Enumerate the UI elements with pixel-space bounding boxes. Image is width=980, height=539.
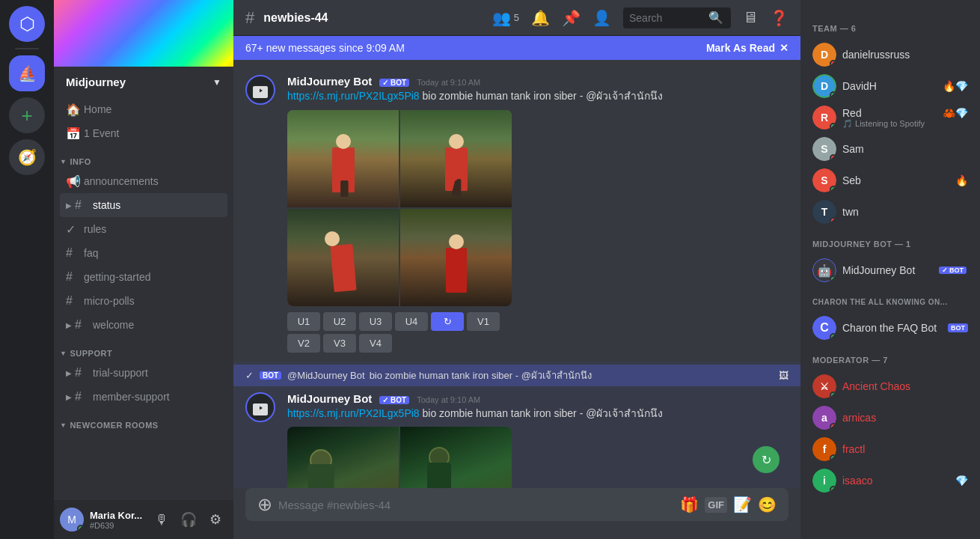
u3-button[interactable]: U3: [359, 312, 392, 331]
bot-avatar-1: [245, 75, 275, 105]
member-arnicas[interactable]: a arnicas: [806, 402, 974, 433]
bot-badge-1: ✓ BOT: [379, 79, 409, 87]
gif-icon[interactable]: GIF: [705, 497, 727, 513]
emoji-icon[interactable]: 😊: [758, 496, 777, 514]
member-davidh[interactable]: D DavidH 🔥💎: [806, 70, 974, 102]
member-charonbot[interactable]: C Charon the FAQ Bot BOT: [806, 312, 974, 344]
status-dot-ancientchaos: [830, 392, 836, 398]
chat-input-wrap: ⊕ 🎁 GIF 📝 😊: [245, 488, 788, 521]
channel-trial-support[interactable]: ▶ # trial-support: [60, 361, 227, 385]
status-dot-fractl: [830, 454, 836, 461]
headset-button[interactable]: 🎧: [177, 508, 200, 532]
add-attachment-button[interactable]: ⊕: [257, 494, 272, 515]
image-2b[interactable]: [400, 427, 512, 488]
image-1d[interactable]: [400, 209, 512, 306]
events-label: 1 Event: [84, 127, 119, 139]
chat-input[interactable]: [278, 491, 674, 519]
pin-icon[interactable]: 📌: [562, 9, 581, 27]
midjourney-server-icon[interactable]: ⛵: [9, 55, 45, 91]
avatar-sam: S: [812, 137, 836, 161]
midjourneybot-badge: ✓ BOT: [939, 267, 967, 274]
channel-status[interactable]: ▶ # status: [60, 193, 227, 217]
scroll-to-bottom-button[interactable]: ↻: [753, 446, 780, 473]
home-nav-item[interactable]: 🏠 Home: [60, 97, 227, 121]
member-ancientchaos[interactable]: ⚔ Ancient Chaos: [806, 371, 974, 402]
channel-welcome[interactable]: ▶ # welcome: [60, 313, 227, 337]
member-danielrussruss[interactable]: D danielrussruss: [806, 39, 974, 70]
member-isaaco[interactable]: i isaaco 💎: [806, 465, 974, 496]
sticker-icon[interactable]: 📝: [733, 496, 752, 514]
add-server-icon[interactable]: +: [9, 97, 45, 133]
discord-home-icon[interactable]: ⬡: [9, 6, 45, 42]
discover-servers-icon[interactable]: 🧭: [9, 139, 45, 175]
search-input[interactable]: [629, 12, 704, 24]
member-midjourneybot[interactable]: 🤖 MidJourney Bot ✓ BOT: [806, 255, 974, 286]
header-actions: 👥 5 🔔 📌 👤 🔍 🖥 ❓: [492, 7, 788, 28]
server-header[interactable]: Midjourney ▼: [54, 0, 233, 97]
message-group-2: MidJourney Bot ✓ BOT Today at 9:10 AM ht…: [233, 389, 800, 488]
category-info-label: INFO: [70, 157, 91, 166]
channel-faq[interactable]: # faq: [60, 241, 227, 265]
announcements-icon: 📢: [66, 174, 79, 189]
add-member-icon[interactable]: 👤: [592, 9, 611, 27]
refresh-button[interactable]: ↻: [431, 312, 464, 331]
help-icon[interactable]: ❓: [770, 9, 788, 27]
server-name-bar[interactable]: Midjourney ▼: [54, 67, 233, 97]
collapse-arrow-icon: ▶: [66, 201, 72, 210]
image-1a[interactable]: [287, 110, 399, 207]
member-seb[interactable]: S Seb 🔥: [806, 165, 974, 196]
status-dot-isaaco: [830, 486, 836, 493]
avatar-seb: S: [812, 168, 836, 192]
main-chat-area: # newbies-44 👥 5 🔔 📌 👤 🔍 🖥 ❓ 67+ new mes…: [233, 0, 800, 539]
mute-icon[interactable]: 🔔: [531, 9, 550, 27]
channel-getting-started[interactable]: # getting-started: [60, 265, 227, 289]
avatar-arnicas: a: [812, 406, 836, 430]
channel-member-support[interactable]: ▶ # member-support: [60, 385, 227, 409]
category-newcomer-rooms[interactable]: ▼ NEWCOMER ROOMS: [54, 409, 233, 433]
category-info[interactable]: ▼ INFO: [54, 145, 233, 169]
gift-icon[interactable]: 🎁: [680, 496, 699, 514]
image-1c[interactable]: [287, 209, 399, 306]
settings-button[interactable]: ⚙: [203, 508, 227, 532]
v1-button[interactable]: V1: [467, 312, 500, 331]
v2-button[interactable]: V2: [287, 334, 320, 353]
mark-as-read-button[interactable]: Mark As Read ✕: [706, 42, 788, 54]
search-bar[interactable]: 🔍: [623, 7, 731, 28]
v3-button[interactable]: V3: [323, 334, 356, 353]
inbox-icon[interactable]: 🖥: [743, 9, 758, 26]
new-messages-banner[interactable]: 67+ new messages since 9:09 AM Mark As R…: [233, 36, 800, 60]
faq-label: faq: [84, 247, 98, 259]
v4-button[interactable]: V4: [359, 334, 392, 353]
u2-button[interactable]: U2: [323, 312, 356, 331]
events-nav-item[interactable]: 📅 1 Event: [60, 121, 227, 145]
member-sam[interactable]: S Sam: [806, 133, 974, 165]
channel-rules[interactable]: ✓ rules: [60, 217, 227, 241]
image-1b[interactable]: [400, 110, 512, 207]
channel-announcements[interactable]: 📢 announcements: [60, 169, 227, 193]
category-support[interactable]: ▼ SUPPORT: [54, 337, 233, 361]
image-2a[interactable]: [287, 427, 399, 488]
status-dot-red: [830, 123, 836, 130]
member-name-isaaco: isaaco: [842, 475, 949, 487]
u4-button[interactable]: U4: [395, 312, 428, 331]
u1-button[interactable]: U1: [287, 312, 320, 331]
message-header-1: MidJourney Bot ✓ BOT Today at 9:10 AM: [287, 75, 788, 88]
message-link-1[interactable]: https://s.mj.run/PX2ILgx5Pi8: [287, 90, 420, 102]
messages-area[interactable]: MidJourney Bot ✓ BOT Today at 9:10 AM ht…: [233, 60, 800, 488]
message-link-2[interactable]: https://s.mj.run/PX2ILgx5Pi8: [287, 407, 420, 419]
channel-micro-polls[interactable]: # micro-polls: [60, 289, 227, 313]
mention-check-icon: ✓: [245, 370, 254, 381]
category-support-label: SUPPORT: [70, 349, 112, 358]
mark-as-read-icon: ✕: [780, 42, 788, 54]
member-red[interactable]: R Red 🦀💎 🎵 Listening to Spotify: [806, 102, 974, 133]
member-count-icon[interactable]: 👥: [492, 9, 511, 27]
avatar-isaaco: i: [812, 469, 836, 493]
mention-author-text: @MidJourney Bot: [287, 370, 365, 381]
mic-button[interactable]: 🎙: [150, 508, 174, 532]
faq-hash-icon: #: [66, 246, 79, 260]
message-prompt-2: bio zombie human tank iron siber - @ผัวเ…: [423, 407, 664, 419]
member-twn[interactable]: T twn: [806, 196, 974, 228]
avatar-charonbot: C: [812, 316, 836, 340]
member-fractl[interactable]: f fractl: [806, 433, 974, 465]
newcomer-caret-icon: ▼: [60, 421, 67, 429]
